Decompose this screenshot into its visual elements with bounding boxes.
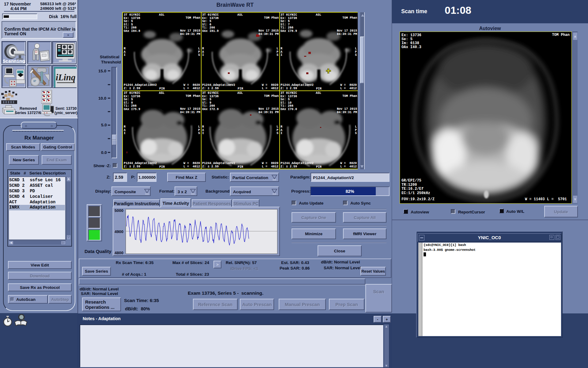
svg-text:Scanning: Scanning <box>3 59 25 64</box>
svg-text:iLinq: iLinq <box>56 72 75 82</box>
